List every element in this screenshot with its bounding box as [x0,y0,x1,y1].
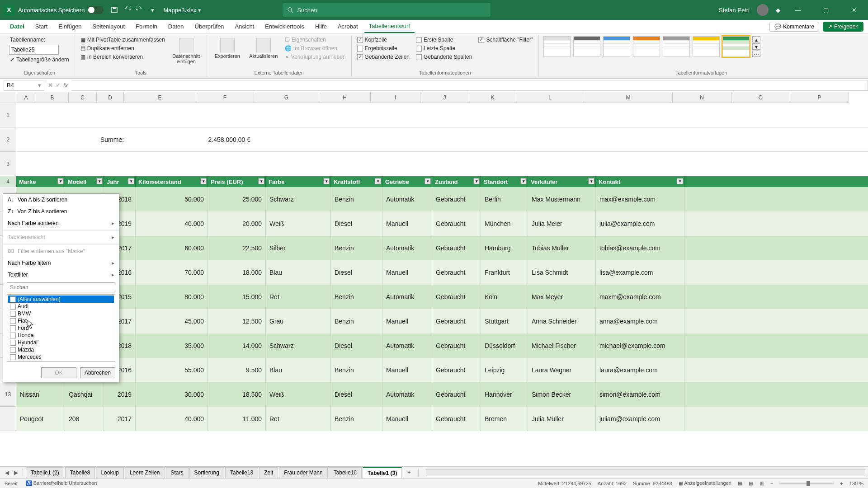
table-row[interactable]: 201670.00018.000BlauDieselManuellGebrauc… [16,260,868,285]
table-row[interactable]: 201835.00014.000SchwarzDieselAutomatikGe… [16,333,868,358]
sheet-nav-next[interactable]: ▶ [12,469,20,476]
table-cell[interactable]: 15.000 [208,285,266,309]
table-cell[interactable]: Schwarz [266,333,331,358]
table-cell[interactable]: Rot [266,285,331,309]
table-cell[interactable]: Gebraucht [432,309,481,333]
table-cell[interactable]: simon@example.com [596,382,684,407]
display-settings[interactable]: ▦ Anzeigeeinstellungen [679,480,731,486]
row-header[interactable]: 13 [0,382,16,407]
table-cell[interactable]: Weiß [266,211,331,236]
table-cell[interactable]: 2017 [104,407,136,431]
share-button[interactable]: ↗ Freigeben [823,22,863,32]
table-cell[interactable]: 60.000 [136,236,208,260]
style-thumb[interactable] [633,36,660,57]
filter-dropdown-icon[interactable]: ▾ [258,178,264,184]
table-cell[interactable]: 12.500 [208,309,266,333]
table-row[interactable]: Peugeot208201740.00011.000RotBenzinManue… [16,407,868,431]
table-cell[interactable]: Silber [266,236,331,260]
view-pagebreak-icon[interactable]: ▥ [760,480,764,486]
table-cell[interactable]: maxm@example.com [596,285,684,309]
resize-table-button[interactable]: ⤢ Tabellengröße ändern [9,56,70,63]
sheet-tab[interactable]: Tabelle1 (3) [363,467,402,478]
table-cell[interactable]: Gebraucht [432,260,481,285]
zoom-in-icon[interactable]: + [840,481,843,486]
row-header[interactable]: 4 [0,176,16,187]
table-cell[interactable]: 14.000 [208,333,266,358]
table-cell[interactable]: juliam@example.com [596,407,684,431]
row-header[interactable]: 3 [0,152,16,176]
zoom-value[interactable]: 130 % [849,481,863,486]
table-cell[interactable]: Berlin [481,187,528,211]
sheet-tab[interactable]: Sortierung [189,467,224,478]
table-row[interactable]: 201580.00015.000RotBenzinAutomatikGebrau… [16,285,868,309]
tab-hilfe[interactable]: Hilfe [311,20,331,33]
row-header[interactable] [0,407,16,431]
table-row[interactable]: 201850.00025.000SchwarzBenzinAutomatikGe… [16,187,868,211]
filter-list[interactable]: (Alles auswählen) Audi BMW Fiat Ford Hon… [7,294,115,362]
table-cell[interactable]: 50.000 [136,187,208,211]
table-cell[interactable]: Benzin [331,236,382,260]
th-standort[interactable]: Standort▾ [481,176,528,187]
filter-search-input[interactable] [7,282,115,292]
status-accessibility[interactable]: ♿ Barrierefreiheit: Untersuchen [26,480,97,486]
sheet-tab[interactable]: Tabelle1 (2) [26,467,64,478]
table-cell[interactable]: Blau [266,260,331,285]
tab-start[interactable]: Start [31,20,52,33]
table-cell[interactable]: 55.000 [136,358,208,382]
table-cell[interactable]: Rot [266,407,331,431]
filter-cancel-button[interactable]: Abbrechen [80,367,115,378]
table-cell[interactable]: 70.000 [136,260,208,285]
filter-dropdown-icon[interactable]: ▾ [57,178,64,184]
table-cell[interactable]: Diesel [331,260,382,285]
sort-za[interactable]: Z↓Von Z bis A sortieren [3,206,119,217]
col-header[interactable]: O [731,92,790,103]
table-cell[interactable]: Automatik [382,333,432,358]
filter-dropdown-icon[interactable]: ▾ [677,178,683,184]
sheet-tab[interactable]: Leere Zeilen [125,467,165,478]
table-cell[interactable]: 9.500 [208,358,266,382]
style-thumb[interactable] [663,36,690,57]
table-name-input[interactable] [9,45,59,55]
minimize-button[interactable]: — [788,0,808,20]
table-cell[interactable]: 35.000 [136,333,208,358]
avatar[interactable] [757,4,769,16]
table-cell[interactable]: Schwarz [266,187,331,211]
table-row[interactable]: 201745.00012.500GrauBenzinManuellGebrauc… [16,309,868,333]
tab-einfuegen[interactable]: Einfügen [54,20,86,33]
table-cell[interactable]: 2019 [104,382,136,407]
filter-dropdown-icon[interactable]: ▾ [323,178,330,184]
table-cell[interactable]: max@example.com [596,187,684,211]
table-cell[interactable]: München [481,211,528,236]
th-farbe[interactable]: Farbe▾ [266,176,331,187]
col-header[interactable]: H [319,92,371,103]
remove-dupes-button[interactable]: ▤ Duplikate entfernen [80,45,166,52]
col-header[interactable]: N [673,92,731,103]
table-cell[interactable]: Benzin [331,358,382,382]
th-zustand[interactable]: Zustand▾ [432,176,481,187]
table-cell[interactable]: Automatik [382,187,432,211]
zoom-out-icon[interactable]: − [770,481,773,486]
refresh-button[interactable]: Aktualisieren [248,36,279,61]
table-cell[interactable]: Leipzig [481,358,528,382]
table-cell[interactable]: Benzin [331,309,382,333]
style-thumb[interactable] [543,36,571,57]
select-all-corner[interactable] [0,92,16,103]
filter-item[interactable]: Honda [8,332,114,339]
cells[interactable]: Summe: 2.458.000,00 € Marke▾ Modell▾ Jah… [16,103,868,466]
table-cell[interactable]: Julia Müller [528,407,596,431]
table-cell[interactable]: Stuttgart [481,309,528,333]
table-cell[interactable]: Gebraucht [432,187,481,211]
slicer-button[interactable]: Datenschnitt einfügen [170,36,202,66]
style-thumb[interactable] [693,36,720,57]
table-cell[interactable]: Gebraucht [432,211,481,236]
th-getriebe[interactable]: Getriebe▾ [382,176,432,187]
enter-formula-icon[interactable]: ✓ [56,82,61,89]
table-cell[interactable]: Benzin [331,285,382,309]
table-cell[interactable]: Diesel [331,382,382,407]
col-header[interactable]: K [469,92,516,103]
tab-formeln[interactable]: Formeln [131,20,162,33]
cancel-formula-icon[interactable]: ✕ [48,82,53,89]
convert-range-button[interactable]: ▥ In Bereich konvertieren [80,53,166,61]
sort-az[interactable]: A↓Von A bis Z sortieren [3,194,119,206]
sheet-tab[interactable]: Stars [166,467,189,478]
